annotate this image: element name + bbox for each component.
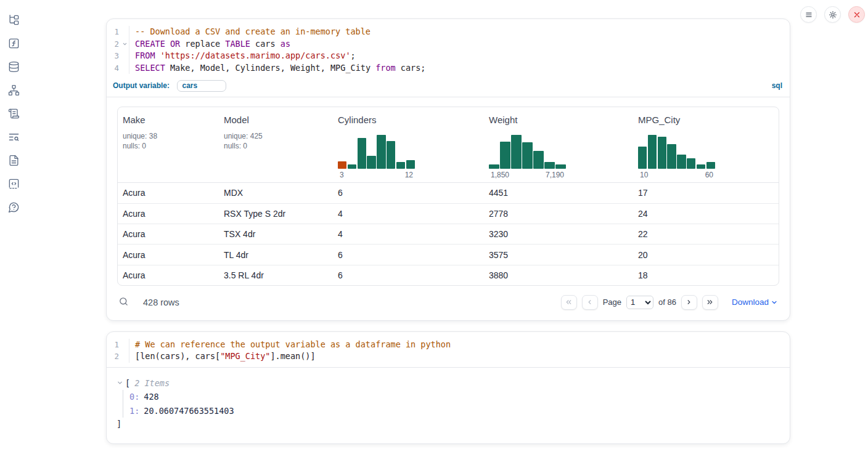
function-square-icon[interactable] <box>6 36 21 51</box>
table-cell: 4 <box>333 209 484 219</box>
histogram-bar <box>348 164 356 169</box>
fold-spacer <box>120 62 129 75</box>
histogram-bar <box>387 141 395 169</box>
histogram-bar <box>367 156 375 169</box>
code-token: cars; <box>396 63 426 73</box>
column-header[interactable]: Makeunique: 38nulls: 0 <box>118 107 219 182</box>
next-page-button[interactable] <box>681 295 697 310</box>
histogram-bar <box>677 155 686 169</box>
code-token: [len(cars), cars[ <box>135 351 220 361</box>
file-text-icon[interactable] <box>6 153 21 168</box>
first-page-button[interactable] <box>561 295 577 310</box>
column-header[interactable]: Weight1,8507,190 <box>484 107 633 182</box>
code-line[interactable]: 2[len(cars), cars["MPG_City"].mean()] <box>107 350 790 363</box>
column-header[interactable]: Cylinders312 <box>333 107 484 182</box>
code-token: FROM <box>135 51 155 60</box>
last-page-button[interactable] <box>702 295 718 310</box>
line-number: 3 <box>107 50 120 62</box>
tree-items: 0:4281:20.060747663551403 <box>123 390 779 418</box>
table-cell: RSX Type S 2dr <box>219 209 333 219</box>
column-header[interactable]: MPG_City1060 <box>633 107 779 182</box>
code-text[interactable]: [len(cars), cars["MPG_City"].mean()] <box>129 350 790 363</box>
axis-min-label: 10 <box>640 171 648 179</box>
python-cell: 1# We can reference the output variable … <box>106 331 790 444</box>
column-header[interactable]: Modelunique: 425nulls: 0 <box>219 107 333 182</box>
column-name: Model <box>224 115 328 125</box>
axis-min-label: 1,850 <box>491 171 509 179</box>
tree-collapse-icon[interactable] <box>117 376 125 390</box>
histogram-bar <box>697 164 705 169</box>
histogram-bar <box>500 142 510 169</box>
table-cell: 3230 <box>484 229 633 239</box>
column-stat-line: nulls: 0 <box>123 141 214 151</box>
database-icon[interactable] <box>6 59 21 74</box>
fold-spacer <box>120 50 129 62</box>
sql-cell: 1-- Download a CSV and create an in-memo… <box>106 18 790 321</box>
code-line[interactable]: 3FROM 'https://datasets.marimo.app/cars.… <box>107 50 790 62</box>
code-token: from <box>375 63 396 73</box>
network-icon[interactable] <box>6 83 21 97</box>
table-cell: 22 <box>633 229 779 239</box>
notebook-cells: 1-- Download a CSV and create an in-memo… <box>106 18 790 444</box>
code-line[interactable]: 4SELECT Make, Model, Cylinders, Weight, … <box>107 62 790 75</box>
table-cell: 24 <box>633 209 779 219</box>
notebook-actions-toolbar <box>800 6 865 23</box>
histogram-bar <box>377 135 385 169</box>
page-label: Page <box>603 297 621 307</box>
code-text[interactable]: # We can reference the output variable a… <box>129 339 790 351</box>
file-tree-icon[interactable] <box>6 12 21 27</box>
table-row[interactable]: AcuraRSX Type S 2dr4277824 <box>118 203 779 224</box>
code-token <box>155 51 160 60</box>
table-cell: 20 <box>633 250 779 260</box>
search-icon[interactable] <box>118 296 129 309</box>
code-text[interactable]: -- Download a CSV and create an in-memor… <box>129 26 790 38</box>
python-code-editor[interactable]: 1# We can reference the output variable … <box>107 332 790 368</box>
table-row[interactable]: AcuraTSX 4dr4323022 <box>118 224 779 244</box>
help-circle-icon[interactable] <box>6 200 21 214</box>
settings-gear-icon[interactable] <box>824 6 841 23</box>
table-cell: 6 <box>333 188 484 198</box>
table-row[interactable]: Acura3.5 RL 4dr6388018 <box>118 265 779 285</box>
table-cell: Acura <box>118 229 219 239</box>
scroll-text-icon[interactable] <box>6 106 21 121</box>
histogram-bar <box>533 151 544 169</box>
snippets-code-icon[interactable] <box>6 176 21 191</box>
tree-key: 1: <box>129 406 139 416</box>
text-search-icon[interactable] <box>6 129 21 144</box>
column-stat-line: nulls: 0 <box>224 141 328 151</box>
table-cell: 17 <box>633 188 779 198</box>
line-number: 1 <box>107 339 120 351</box>
table-cell: Acura <box>118 209 219 219</box>
code-token: TABLE <box>225 39 250 49</box>
code-text[interactable]: SELECT Make, Model, Cylinders, Weight, M… <box>129 62 790 75</box>
table-cell: 3880 <box>484 270 633 280</box>
table-cell: Acura <box>118 188 219 198</box>
helper-panel-sidebar <box>0 0 27 214</box>
download-button[interactable]: Download <box>732 297 778 307</box>
output-variable-input[interactable] <box>177 80 226 92</box>
cars-data-table: Makeunique: 38nulls: 0Modelunique: 425nu… <box>117 107 779 286</box>
page-select[interactable]: 1 <box>626 296 653 309</box>
axis-max-label: 60 <box>705 171 713 179</box>
histogram-bar <box>544 162 555 169</box>
menu-icon[interactable] <box>800 6 817 23</box>
previous-page-button[interactable] <box>582 295 598 310</box>
shutdown-close-icon[interactable] <box>848 6 865 23</box>
code-token: replace <box>180 39 225 49</box>
code-text[interactable]: CREATE OR replace TABLE cars as <box>129 38 790 51</box>
table-cell: TSX 4dr <box>219 229 333 239</box>
histogram-bar <box>648 135 657 169</box>
code-line[interactable]: 1# We can reference the output variable … <box>107 339 790 351</box>
histogram-bar <box>396 162 405 169</box>
code-line[interactable]: 1-- Download a CSV and create an in-memo… <box>107 26 790 38</box>
fold-chevron-icon[interactable] <box>120 38 129 51</box>
code-line[interactable]: 2CREATE OR replace TABLE cars as <box>107 38 790 51</box>
code-token: ].mean()] <box>270 351 315 361</box>
sql-code-editor[interactable]: 1-- Download a CSV and create an in-memo… <box>107 19 790 78</box>
code-token <box>165 39 170 49</box>
tree-key: 0: <box>129 392 139 402</box>
table-row[interactable]: AcuraMDX6445117 <box>118 183 779 203</box>
table-row[interactable]: AcuraTL 4dr6357520 <box>118 244 779 264</box>
code-text[interactable]: FROM 'https://datasets.marimo.app/cars.c… <box>129 50 790 62</box>
column-name: Make <box>123 115 214 125</box>
